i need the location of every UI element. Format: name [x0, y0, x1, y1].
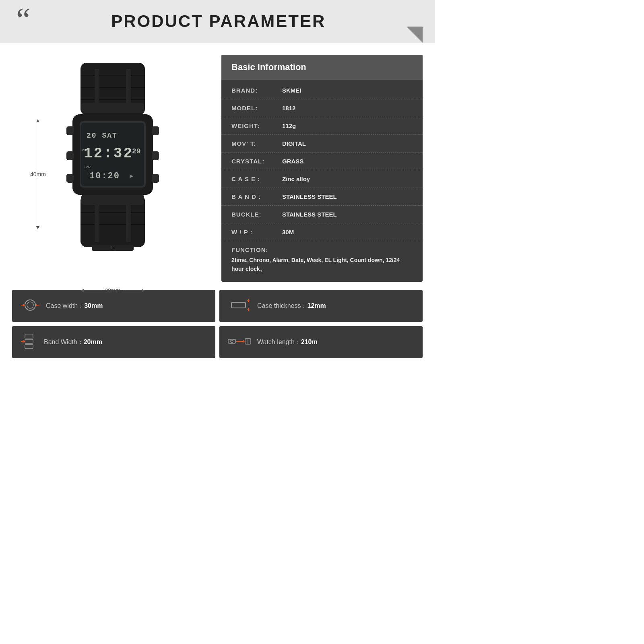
- svg-rect-29: [126, 202, 131, 242]
- svg-text:▶: ▶: [130, 173, 134, 179]
- band-label: B A N D :: [231, 193, 280, 200]
- main-content: 40mm: [0, 43, 435, 290]
- case-label: C A S E :: [231, 175, 280, 182]
- info-rows: BRAND: SKMEI MODEL: 1812 WEIGHT: 112g MO…: [221, 80, 423, 281]
- weight-label: WEIGHT:: [231, 122, 280, 129]
- svg-rect-2: [80, 87, 145, 88]
- svg-rect-5: [95, 69, 99, 105]
- brand-row: BRAND: SKMEI: [221, 82, 423, 99]
- watch-length-icon: [227, 333, 252, 351]
- function-row: FUNCTION: 2time, Chrono, Alarm, Date, We…: [221, 241, 423, 279]
- movement-row: MOV' T: DIGITAL: [221, 135, 423, 153]
- crystal-label: CRYSTAL:: [231, 158, 280, 165]
- case-thickness-value: 12mm: [308, 302, 326, 309]
- band-value: STAINLESS STEEL: [282, 193, 337, 200]
- svg-rect-4: [81, 103, 144, 113]
- band-width-value: 20mm: [84, 339, 102, 345]
- watch-length-value: 210m: [301, 339, 318, 345]
- svg-marker-51: [243, 340, 245, 343]
- model-value: 1812: [282, 105, 295, 111]
- movement-value: DIGITAL: [282, 140, 306, 147]
- wp-value: 30M: [282, 229, 294, 235]
- bottom-metrics: Case width：30mm Case thickness：12mm: [0, 290, 435, 370]
- watch-length-text: Watch length：210m: [257, 338, 318, 347]
- band-width-text: Band Width：20mm: [44, 338, 102, 347]
- info-panel: Basic Information BRAND: SKMEI MODEL: 18…: [221, 55, 423, 282]
- svg-rect-43: [25, 334, 33, 338]
- info-panel-header: Basic Information: [221, 55, 423, 80]
- movement-label: MOV' T:: [231, 140, 280, 147]
- case-thickness-metric: Case thickness：12mm: [219, 290, 423, 322]
- svg-text:P: P: [82, 149, 84, 153]
- height-dimension-label: 40mm: [30, 170, 46, 179]
- band-row: B A N D : STAINLESS STEEL: [221, 188, 423, 206]
- brand-value: SKMEI: [282, 87, 301, 94]
- svg-rect-27: [81, 195, 144, 205]
- header: “ PRODUCT PARAMETER: [0, 0, 435, 43]
- case-width-text: Case width：30mm: [46, 302, 103, 310]
- svg-rect-28: [95, 202, 99, 242]
- svg-text:20 SAT: 20 SAT: [87, 132, 118, 140]
- svg-point-49: [231, 340, 233, 343]
- svg-rect-8: [66, 126, 74, 135]
- svg-point-31: [111, 246, 114, 249]
- quote-mark-icon: “: [16, 3, 31, 35]
- case-value: Zinc alloy: [282, 175, 310, 182]
- svg-rect-6: [126, 69, 131, 105]
- svg-point-32: [25, 300, 35, 310]
- watch-image: 20 SAT 12:32 29 SNZ 10:20 ▶ P: [48, 63, 177, 280]
- wp-label: W / P :: [231, 229, 280, 235]
- svg-text:29: 29: [132, 147, 141, 155]
- svg-rect-9: [66, 151, 74, 160]
- weight-value: 112g: [282, 122, 296, 129]
- buckle-value: STAINLESS STEEL: [282, 211, 337, 218]
- crystal-value: GRASS: [282, 158, 303, 165]
- svg-rect-12: [152, 151, 159, 160]
- case-thickness-text: Case thickness：12mm: [257, 302, 326, 310]
- svg-rect-38: [231, 302, 246, 308]
- case-thickness-icon: [227, 297, 252, 315]
- svg-marker-40: [247, 300, 250, 302]
- svg-rect-3: [80, 99, 145, 100]
- case-width-metric: Case width：30mm: [12, 290, 215, 322]
- svg-text:12:32: 12:32: [84, 145, 133, 162]
- function-label: FUNCTION:: [231, 246, 413, 253]
- band-width-icon: [20, 333, 38, 351]
- svg-text:10:20: 10:20: [89, 171, 120, 181]
- wp-row: W / P : 30M: [221, 223, 423, 241]
- model-label: MODEL:: [231, 105, 280, 111]
- svg-rect-45: [25, 345, 33, 349]
- page-title: PRODUCT PARAMETER: [43, 12, 394, 31]
- buckle-label: BUCKLE:: [231, 211, 280, 218]
- header-triangle-decoration: [407, 27, 423, 43]
- model-row: MODEL: 1812: [221, 99, 423, 117]
- band-width-metric: Band Width：20mm: [12, 326, 215, 358]
- brand-label: BRAND:: [231, 87, 280, 94]
- svg-rect-13: [152, 174, 159, 183]
- watch-length-metric: Watch length：210m: [219, 326, 423, 358]
- weight-row: WEIGHT: 112g: [221, 117, 423, 135]
- width-dimension-label: 30mm: [103, 287, 123, 294]
- buckle-row: BUCKLE: STAINLESS STEEL: [221, 206, 423, 223]
- svg-rect-11: [152, 126, 159, 135]
- svg-rect-10: [66, 174, 74, 183]
- svg-rect-26: [80, 224, 145, 225]
- case-width-value: 30mm: [84, 302, 103, 309]
- svg-point-33: [27, 302, 33, 308]
- svg-rect-44: [25, 339, 33, 343]
- svg-rect-1: [80, 75, 145, 76]
- crystal-row: CRYSTAL: GRASS: [221, 153, 423, 170]
- function-value: 2time, Chrono, Alarm, Date, Week, EL Lig…: [231, 256, 413, 274]
- watch-section: 40mm: [12, 55, 213, 282]
- svg-marker-42: [247, 308, 250, 310]
- svg-rect-25: [80, 212, 145, 213]
- info-panel-title: Basic Information: [231, 62, 306, 72]
- case-width-icon: [20, 297, 40, 315]
- case-row: C A S E : Zinc alloy: [221, 170, 423, 188]
- svg-text:SNZ: SNZ: [85, 165, 91, 169]
